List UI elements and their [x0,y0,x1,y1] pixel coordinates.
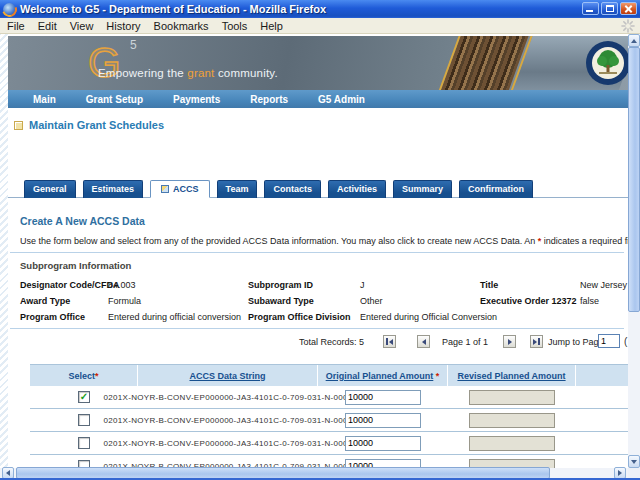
nav-reports[interactable]: Reports [250,94,288,105]
section-toggle-icon[interactable] [14,121,23,130]
table-row: 0201X-NOYR-B-CONV-EP000000-JA3-4101C-0-7… [30,432,628,455]
nav-main[interactable]: Main [33,94,56,105]
field-value: Entered during Official Conversion [360,312,628,322]
maximize-button[interactable] [601,2,618,15]
field-value: Other [360,296,480,306]
menu-edit[interactable]: Edit [38,20,57,32]
page-content: G 5 Empowering the grant community. Main [8,34,628,468]
col-accs-data-string[interactable]: ACCS Data String [138,365,318,387]
minimize-button[interactable] [582,2,599,15]
tab-team[interactable]: Team [217,180,258,198]
tab-activities[interactable]: Activities [328,180,386,198]
table-row: ✓ 0201X-NOYR-B-CONV-EP000000-JA3-4101C-0… [30,386,628,409]
menu-view[interactable]: View [70,20,94,32]
menu-bookmarks[interactable]: Bookmarks [154,20,209,32]
menu-bar: File Edit View History Bookmarks Tools H… [0,18,640,34]
tab-estimates[interactable]: Estimates [83,180,144,198]
menu-history[interactable]: History [106,20,140,32]
minimize-icon [586,10,593,12]
banner-tagline: Empowering the grant community. [98,67,278,79]
menu-tools[interactable]: Tools [222,20,248,32]
field-label: Designator Code/CFDA [20,280,108,290]
right-arrow-icon [618,470,622,476]
col-select: Select* [30,365,138,387]
tab-confirmation[interactable]: Confirmation [459,180,533,198]
field-label: Program Office [20,312,108,322]
g5-banner: G 5 Empowering the grant community. [8,36,628,90]
accs-data-string: 0201X-NOYR-B-CONV-EP000000-JA3-4101C-0-7… [104,393,353,402]
col-original-planned-amount[interactable]: Original Planned Amount * [318,365,448,387]
accs-table: Select* ACCS Data String Original Planne… [30,364,628,468]
scrollbar-corner [628,468,640,478]
nav-grant-setup[interactable]: Grant Setup [86,94,143,105]
accs-tab-icon [161,185,169,193]
subprogram-heading: Subprogram Information [20,260,131,271]
window-titlebar: Welcome to G5 - Department of Education … [0,0,640,18]
field-value: New Jersey S [580,280,628,290]
original-amount-input[interactable] [345,436,421,451]
scroll-up-button[interactable] [628,34,640,47]
tab-accs[interactable]: ACCS [150,180,210,198]
tab-contacts[interactable]: Contacts [264,180,321,198]
page-title: Maintain Grant Schedules [29,119,164,131]
table-row: 0201X-NOYR-B-CONV-EP000000-JA3-4101C-0-7… [30,409,628,432]
main-nav: Main Grant Setup Payments Reports G5 Adm… [8,90,628,108]
down-arrow-icon [631,460,637,464]
next-page-button[interactable] [503,335,516,348]
first-page-button[interactable] [383,335,396,348]
breadcrumb: Maintain Grant Schedules [14,119,164,131]
subprogram-info: Designator Code/CFDA 84.003 Subprogram I… [20,277,626,325]
total-records: Total Records: 5 [299,337,364,347]
up-arrow-icon [631,39,637,43]
jump-to-page-label: Jump to Page [548,337,604,347]
jump-to-page-input[interactable] [598,334,620,348]
menu-file[interactable]: File [7,20,25,32]
revised-amount-input-disabled [469,413,555,428]
vertical-scroll-thumb[interactable] [628,47,640,312]
firefox-icon [3,3,16,16]
original-amount-input[interactable] [345,413,421,428]
field-label: Subaward Type [248,296,360,306]
maximize-icon [606,5,614,12]
col-revised-planned-amount[interactable]: Revised Planned Amount [448,365,576,387]
field-label: Award Type [20,296,108,306]
divider [10,328,624,329]
row-checkbox[interactable] [78,437,90,449]
accs-data-string: 0201X-NOYR-B-CONV-EP000000-JA3-4101C-0-7… [104,439,353,448]
tab-bar: General Estimates ACCS Team Contacts Act… [24,180,533,198]
horizontal-scrollbar[interactable] [0,468,628,478]
left-arrow-icon [6,470,10,476]
instruction-text: Use the form below and select from any o… [20,236,628,246]
window-title: Welcome to G5 - Department of Education … [20,3,326,15]
row-checkbox[interactable] [78,414,90,426]
page-indicator: Page 1 of 1 [442,337,488,347]
field-value: J [360,280,480,290]
field-label: Executive Order 12372 [480,296,580,306]
menu-help[interactable]: Help [260,20,283,32]
dept-of-education-seal [585,40,628,90]
go-button-clipped[interactable]: ( [624,336,627,347]
revised-amount-input-disabled [469,436,555,451]
tab-general[interactable]: General [24,180,76,198]
browser-window: Welcome to G5 - Department of Education … [0,0,640,480]
col-actual-to[interactable]: Actual to [576,365,628,387]
field-value: false [580,296,628,306]
close-button[interactable] [620,2,637,15]
pagination-bar: Total Records: 5 Page 1 of 1 Jump to Pag… [8,333,628,351]
last-page-button[interactable] [530,335,543,348]
nav-payments[interactable]: Payments [173,94,220,105]
nav-g5-admin[interactable]: G5 Admin [318,94,365,105]
field-label: Program Office Division [248,312,360,322]
previous-page-button[interactable] [417,335,430,348]
field-value: 84.003 [108,280,248,290]
scroll-down-button[interactable] [628,455,640,468]
divider [10,252,624,253]
accs-data-string: 0201X-NOYR-B-CONV-EP000000-JA3-4101C-0-7… [104,416,353,425]
original-amount-input[interactable] [345,390,421,405]
field-value: Entered during official conversion [108,312,248,322]
section-heading: Create A New ACCS Data [20,215,145,227]
vertical-scrollbar[interactable] [628,34,640,468]
revised-amount-input-disabled [469,390,555,405]
row-checkbox-checked[interactable]: ✓ [78,391,90,403]
tab-summary[interactable]: Summary [393,180,452,198]
